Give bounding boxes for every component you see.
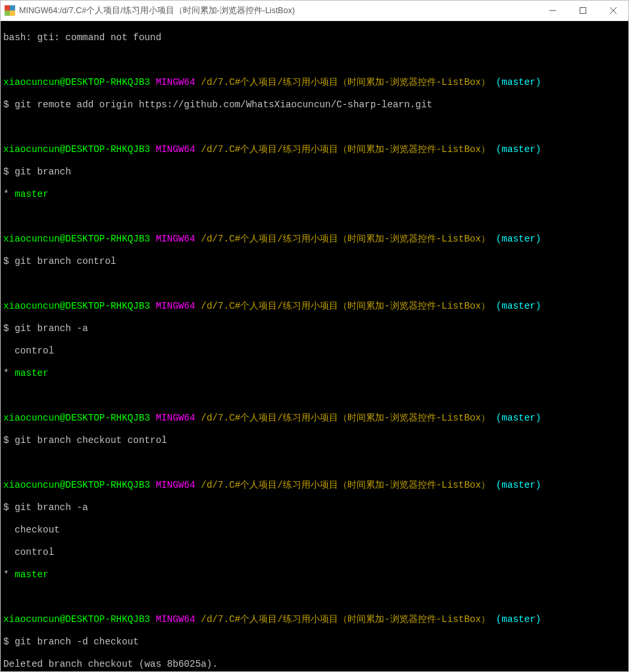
prompt-dollar: $ xyxy=(3,99,14,110)
prompt-user: xiaocuncun@DESKTOP-RHKQJB3 xyxy=(3,144,150,155)
close-button[interactable] xyxy=(598,1,628,20)
prompt-cwd: /d/7.C#个人项目/练习用小项目（时间累加-浏览器控件-ListBox） xyxy=(201,144,490,155)
prompt-dollar: $ xyxy=(3,502,14,513)
branch-current: master xyxy=(14,569,48,580)
branch-indent xyxy=(3,547,14,557)
branch-name: control xyxy=(14,547,54,557)
app-icon xyxy=(5,5,15,16)
minimize-button[interactable] xyxy=(538,1,568,20)
branch-indent xyxy=(3,346,14,356)
branch-current: master xyxy=(14,368,48,378)
title-bar[interactable]: MINGW64:/d/7.C#个人项目/练习用小项目（时间累加-浏览器控件-Li… xyxy=(1,1,628,21)
prompt-cwd: /d/7.C#个人项目/练习用小项目（时间累加-浏览器控件-ListBox） xyxy=(201,234,490,244)
prompt-dollar: $ xyxy=(3,256,14,267)
prompt-dollar: $ xyxy=(3,323,14,334)
prompt-dollar: $ xyxy=(3,435,14,446)
branch-marker: * xyxy=(3,368,14,378)
maximize-button[interactable] xyxy=(568,1,598,20)
prompt-shell: MINGW64 xyxy=(156,144,195,155)
prompt-cwd: /d/7.C#个人项目/练习用小项目（时间累加-浏览器控件-ListBox） xyxy=(201,614,490,625)
prompt-user: xiaocuncun@DESKTOP-RHKQJB3 xyxy=(3,77,150,88)
branch-name: control xyxy=(14,346,54,356)
branch-marker: * xyxy=(3,189,14,199)
window-title: MINGW64:/d/7.C#个人项目/练习用小项目（时间累加-浏览器控件-Li… xyxy=(19,5,295,16)
command-text: git branch -a xyxy=(14,502,88,513)
prompt-branch: (master) xyxy=(496,77,541,88)
command-text: git branch -a xyxy=(14,323,88,334)
branch-current: master xyxy=(14,189,48,199)
app-window: MINGW64:/d/7.C#个人项目/练习用小项目（时间累加-浏览器控件-Li… xyxy=(0,0,629,672)
prompt-user: xiaocuncun@DESKTOP-RHKQJB3 xyxy=(3,413,150,423)
prompt-user: xiaocuncun@DESKTOP-RHKQJB3 xyxy=(3,480,150,490)
prompt-cwd: /d/7.C#个人项目/练习用小项目（时间累加-浏览器控件-ListBox） xyxy=(201,301,490,311)
prompt-user: xiaocuncun@DESKTOP-RHKQJB3 xyxy=(3,234,150,244)
command-text: git branch -d checkout xyxy=(14,636,139,647)
prompt-user: xiaocuncun@DESKTOP-RHKQJB3 xyxy=(3,301,150,311)
prompt-shell: MINGW64 xyxy=(156,234,195,244)
svg-rect-1 xyxy=(580,8,586,14)
prompt-shell: MINGW64 xyxy=(156,77,195,88)
prompt-shell: MINGW64 xyxy=(156,614,195,625)
prompt-cwd: /d/7.C#个人项目/练习用小项目（时间累加-浏览器控件-ListBox） xyxy=(201,77,490,88)
command-text: git branch xyxy=(14,167,71,177)
command-text: git branch control xyxy=(14,256,116,267)
prompt-branch: (master) xyxy=(496,234,541,244)
command-text: git remote add origin https://github.com… xyxy=(14,99,432,110)
branch-name: checkout xyxy=(14,525,60,535)
prompt-shell: MINGW64 xyxy=(156,480,195,490)
prompt-branch: (master) xyxy=(496,413,541,423)
branch-marker: * xyxy=(3,569,14,580)
prompt-branch: (master) xyxy=(496,301,541,311)
prompt-cwd: /d/7.C#个人项目/练习用小项目（时间累加-浏览器控件-ListBox） xyxy=(201,480,490,490)
prompt-shell: MINGW64 xyxy=(156,301,195,311)
prompt-shell: MINGW64 xyxy=(156,413,195,423)
prompt-cwd: /d/7.C#个人项目/练习用小项目（时间累加-浏览器控件-ListBox） xyxy=(201,413,490,423)
prompt-dollar: $ xyxy=(3,167,14,177)
output-text: bash: gti: command not found xyxy=(3,32,161,43)
prompt-branch: (master) xyxy=(496,144,541,155)
command-text: git branch checkout control xyxy=(14,435,167,446)
output-text: Deleted branch checkout (was 8b6025a). xyxy=(3,659,218,669)
prompt-dollar: $ xyxy=(3,636,14,647)
prompt-branch: (master) xyxy=(496,480,541,490)
prompt-branch: (master) xyxy=(496,614,541,625)
prompt-user: xiaocuncun@DESKTOP-RHKQJB3 xyxy=(3,614,150,625)
branch-indent xyxy=(3,525,14,535)
window-buttons xyxy=(538,1,628,20)
terminal-output[interactable]: bash: gti: command not found xiaocuncun@… xyxy=(1,21,628,671)
